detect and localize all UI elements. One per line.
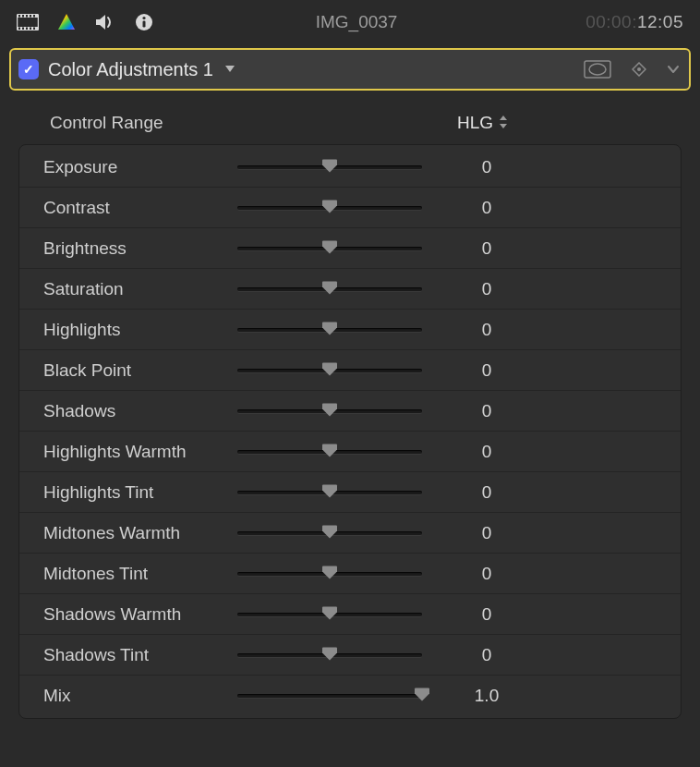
svg-rect-12	[33, 28, 35, 30]
param-row: Mix1.0	[19, 676, 681, 716]
param-value[interactable]: 0	[422, 564, 551, 584]
svg-rect-3	[18, 15, 20, 18]
param-value[interactable]: 0	[422, 157, 551, 177]
param-value[interactable]: 0	[422, 360, 551, 381]
param-value[interactable]: 0	[422, 198, 551, 218]
slider-track	[237, 328, 422, 332]
control-range-select[interactable]: HLG	[457, 113, 510, 133]
param-slider[interactable]	[237, 483, 422, 502]
param-slider[interactable]	[237, 605, 422, 624]
param-row: Black Point0	[19, 350, 681, 391]
param-row: Contrast0	[19, 188, 681, 228]
clip-title: IMG_0037	[127, 12, 585, 32]
slider-track	[237, 694, 422, 698]
param-slider[interactable]	[237, 280, 422, 298]
svg-rect-4	[22, 15, 24, 18]
slider-track	[237, 409, 422, 413]
param-row: Shadows Tint0	[19, 635, 681, 676]
param-slider[interactable]	[237, 565, 422, 583]
param-slider[interactable]	[237, 646, 422, 664]
svg-marker-13	[58, 14, 75, 30]
param-slider[interactable]	[237, 321, 422, 339]
param-value[interactable]: 0	[422, 482, 551, 503]
slider-track	[237, 531, 422, 535]
param-label: Shadows Tint	[43, 645, 237, 665]
slider-track	[237, 613, 422, 616]
param-row: Brightness0	[19, 228, 681, 269]
slider-track	[237, 653, 422, 657]
chevron-down-icon[interactable]	[224, 63, 235, 76]
param-value[interactable]: 0	[422, 645, 551, 665]
svg-rect-10	[26, 28, 28, 30]
effect-header-controls	[584, 60, 680, 79]
param-value[interactable]: 0	[422, 279, 551, 299]
param-value[interactable]: 0	[422, 604, 551, 625]
svg-point-21	[637, 67, 641, 71]
slider-track	[237, 165, 422, 169]
slider-track	[237, 572, 422, 576]
effect-header[interactable]: ✓ Color Adjustments 1	[9, 48, 691, 91]
param-slider[interactable]	[237, 687, 422, 705]
svg-rect-6	[30, 15, 31, 18]
chevron-down-icon[interactable]	[667, 65, 680, 74]
effect-title[interactable]: Color Adjustments 1	[48, 59, 213, 80]
param-label: Highlights	[43, 320, 237, 340]
color-icon[interactable]	[55, 13, 78, 31]
inspector-toolbar: IMG_0037 00:00:12:05	[0, 0, 700, 44]
param-row: Shadows Warmth0	[19, 594, 681, 635]
param-slider[interactable]	[237, 239, 422, 258]
params-group: Exposure0Contrast0Brightness0Saturation0…	[18, 144, 682, 719]
param-slider[interactable]	[237, 158, 422, 177]
check-icon: ✓	[23, 62, 34, 77]
param-slider[interactable]	[237, 524, 422, 542]
param-label: Black Point	[43, 360, 237, 381]
param-label: Highlights Tint	[43, 482, 237, 503]
param-value[interactable]: 0	[422, 523, 551, 543]
timecode: 00:00:12:05	[585, 12, 683, 32]
slider-track	[237, 491, 422, 494]
timecode-active: 12:05	[637, 12, 683, 31]
timecode-dim: 00:00:	[585, 12, 637, 31]
control-range-label: Control Range	[50, 113, 163, 133]
effect-enable-checkbox[interactable]: ✓	[18, 59, 39, 79]
svg-marker-23	[500, 124, 507, 128]
param-slider[interactable]	[237, 402, 422, 420]
svg-rect-8	[18, 28, 20, 30]
param-slider[interactable]	[237, 361, 422, 380]
sort-icon	[499, 113, 510, 133]
param-label: Brightness	[43, 238, 237, 259]
param-label: Saturation	[43, 279, 237, 299]
slider-track	[237, 450, 422, 454]
param-value[interactable]: 1.0	[422, 686, 551, 706]
svg-marker-22	[500, 116, 507, 120]
param-row: Shadows0	[19, 391, 681, 432]
control-range-value: HLG	[457, 113, 493, 133]
svg-rect-7	[33, 15, 35, 18]
param-value[interactable]: 0	[422, 320, 551, 340]
svg-rect-5	[26, 15, 28, 18]
param-label: Exposure	[43, 157, 237, 177]
svg-rect-9	[22, 28, 24, 30]
mask-icon[interactable]	[584, 60, 611, 79]
param-label: Shadows	[43, 401, 237, 421]
audio-icon[interactable]	[94, 13, 116, 31]
param-slider[interactable]	[237, 199, 422, 217]
param-slider[interactable]	[237, 443, 422, 461]
param-label: Highlights Warmth	[43, 442, 237, 462]
param-label: Contrast	[43, 198, 237, 218]
param-row: Midtones Tint0	[19, 554, 681, 594]
video-icon[interactable]	[17, 13, 39, 31]
param-label: Midtones Warmth	[43, 523, 237, 543]
slider-track	[237, 287, 422, 291]
param-row: Midtones Warmth0	[19, 513, 681, 554]
param-value[interactable]: 0	[422, 238, 551, 259]
param-label: Midtones Tint	[43, 564, 237, 584]
param-label: Shadows Warmth	[43, 604, 237, 625]
svg-rect-11	[30, 28, 31, 30]
keyframe-icon[interactable]	[632, 62, 646, 77]
param-row: Highlights Tint0	[19, 472, 681, 513]
param-value[interactable]: 0	[422, 401, 551, 421]
param-row: Saturation0	[19, 269, 681, 310]
param-value[interactable]: 0	[422, 442, 551, 462]
param-row: Highlights0	[19, 310, 681, 350]
